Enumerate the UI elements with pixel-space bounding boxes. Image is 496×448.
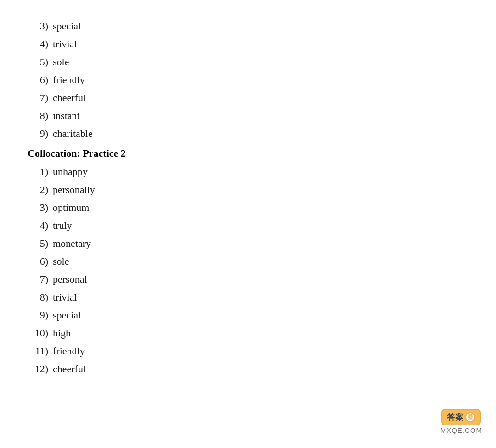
list-number: 7) (28, 272, 53, 287)
list-text: trivial (53, 36, 77, 51)
list-number: 2) (28, 182, 53, 197)
list-text: cheerful (53, 90, 86, 105)
list-number: 9) (28, 126, 53, 141)
list-item: 5) sole (28, 54, 468, 69)
list-text: trivial (53, 289, 77, 305)
list-text: friendly (53, 343, 85, 358)
list-item: 11) friendly (28, 343, 468, 358)
list-number: 4) (28, 36, 53, 51)
list-item: 12) cheerful (28, 361, 468, 376)
list-item: 2) personally (28, 182, 468, 197)
list-text: high (53, 325, 71, 340)
list-text: optimum (53, 200, 89, 215)
list-text: special (53, 307, 81, 323)
list-number: 10) (28, 325, 53, 340)
watermark-top-text: 答案 (447, 412, 463, 423)
list-item: 9) charitable (28, 126, 468, 141)
list-text: sole (53, 254, 69, 269)
list-number: 6) (28, 254, 53, 269)
list-number: 3) (28, 18, 53, 34)
list-number: 9) (28, 307, 53, 323)
list-item: 8) trivial (28, 289, 468, 305)
section2-heading: Collocation: Practice 2 (28, 147, 468, 159)
list-item: 1) unhappy (28, 164, 468, 179)
list-text: cheerful (53, 361, 86, 376)
list-text: sole (53, 54, 69, 69)
list-number: 6) (28, 72, 53, 87)
list-number: 4) (28, 218, 53, 233)
list-text: charitable (53, 126, 93, 141)
list-text: personally (53, 182, 95, 197)
list-text: unhappy (53, 164, 88, 179)
list-item: 3) optimum (28, 200, 468, 215)
list-number: 7) (28, 90, 53, 105)
list-text: monetary (53, 236, 91, 251)
list-item: 6) sole (28, 254, 468, 269)
watermark-circle-icon: 圈 (465, 412, 475, 422)
list-text: truly (53, 218, 72, 233)
section1-list: 3) special 4) trivial 5) sole 6) friendl… (28, 18, 468, 141)
list-number: 5) (28, 54, 53, 69)
watermark: 答案 圈 MXQE.COM (440, 409, 482, 434)
list-item: 6) friendly (28, 72, 468, 87)
list-text: personal (53, 272, 87, 287)
list-item: 8) instant (28, 108, 468, 123)
list-number: 1) (28, 164, 53, 179)
list-item: 9) special (28, 307, 468, 323)
list-number: 8) (28, 108, 53, 123)
list-item: 7) personal (28, 272, 468, 287)
list-number: 5) (28, 236, 53, 251)
watermark-top: 答案 圈 (441, 409, 481, 425)
list-item: 10) high (28, 325, 468, 340)
list-item: 7) cheerful (28, 90, 468, 105)
list-text: friendly (53, 72, 85, 87)
list-item: 4) truly (28, 218, 468, 233)
list-number: 11) (28, 343, 53, 358)
list-number: 3) (28, 200, 53, 215)
list-number: 12) (28, 361, 53, 376)
section2-list: 1) unhappy 2) personally 3) optimum 4) t… (28, 164, 468, 376)
list-text: instant (53, 108, 80, 123)
list-number: 8) (28, 289, 53, 305)
list-item: 4) trivial (28, 36, 468, 51)
list-item: 5) monetary (28, 236, 468, 251)
watermark-bottom-text: MXQE.COM (440, 426, 482, 434)
list-text: special (53, 18, 81, 34)
list-item: 3) special (28, 18, 468, 34)
